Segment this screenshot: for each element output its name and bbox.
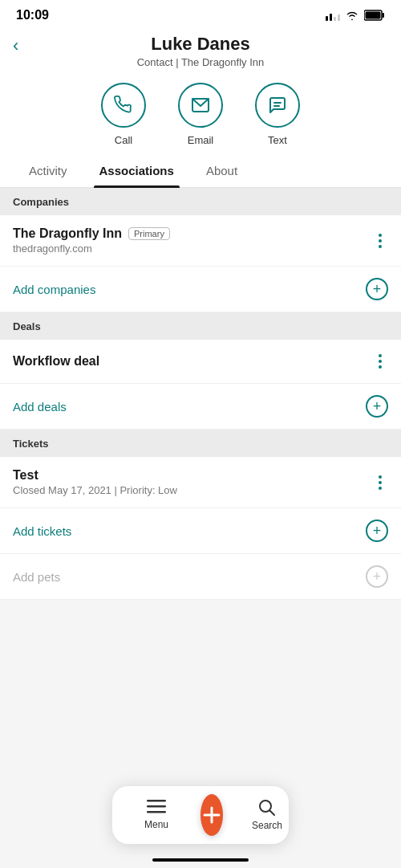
status-time: 10:09 (16, 8, 49, 22)
svg-rect-11 (147, 805, 166, 808)
plus-icon: + (373, 398, 382, 415)
svg-rect-6 (366, 12, 381, 19)
companies-header-text: Companies (13, 196, 69, 208)
tabs: Activity Associations About (0, 154, 401, 188)
email-action[interactable]: Email (178, 83, 223, 146)
contact-name: Luke Danes (16, 34, 385, 55)
svg-rect-12 (147, 811, 166, 813)
companies-section-header: Companies (0, 188, 401, 215)
svg-rect-1 (330, 14, 332, 21)
company-more-button[interactable] (372, 230, 388, 251)
add-pets-row[interactable]: Add pets + (0, 554, 401, 600)
text-button[interactable] (255, 83, 300, 128)
add-deals-label: Add deals (13, 400, 67, 414)
plus-icon: + (373, 281, 382, 298)
deal-item: Workflow deal (0, 340, 401, 384)
search-label: Search (252, 820, 282, 831)
menu-icon (147, 800, 166, 816)
ticket-name: Test (13, 468, 372, 483)
add-deals-row[interactable]: Add deals + (0, 384, 401, 430)
add-deals-button[interactable]: + (366, 395, 388, 418)
add-pets-label: Add pets (13, 570, 60, 584)
company-item-left: The Dragonfly Inn Primary thedragonfly.c… (13, 226, 372, 255)
action-icons: Call Email Text (0, 68, 401, 154)
ticket-item: Test Closed May 17, 2021 | Priority: Low (0, 457, 401, 508)
email-label: Email (188, 134, 214, 146)
deals-header-text: Deals (13, 320, 41, 332)
contact-subtitle: Contact | The Dragonfly Inn (16, 56, 385, 68)
plus-icon: + (373, 568, 382, 585)
header: ‹ Luke Danes Contact | The Dragonfly Inn (0, 27, 401, 68)
add-companies-row[interactable]: Add companies + (0, 267, 401, 312)
menu-label: Menu (144, 819, 168, 830)
add-tickets-label: Add tickets (13, 524, 71, 538)
signal-icon (326, 10, 340, 21)
menu-nav-item[interactable]: Menu (136, 800, 176, 830)
call-label: Call (115, 134, 132, 146)
fab-button[interactable] (200, 794, 223, 836)
add-icon (200, 804, 223, 826)
search-icon (258, 799, 276, 817)
search-nav-item[interactable]: Search (247, 799, 287, 831)
email-icon (191, 96, 210, 115)
deal-name: Workflow deal (13, 354, 372, 369)
deal-more-button[interactable] (372, 351, 388, 372)
back-button[interactable]: ‹ (13, 35, 18, 56)
wifi-icon (345, 10, 359, 21)
text-action[interactable]: Text (255, 83, 300, 146)
ticket-item-left: Test Closed May 17, 2021 | Priority: Low (13, 468, 372, 496)
text-icon (268, 96, 287, 115)
content: Companies The Dragonfly Inn Primary thed… (0, 188, 401, 696)
svg-rect-5 (383, 13, 385, 18)
svg-rect-2 (334, 17, 336, 21)
tickets-section-header: Tickets (0, 430, 401, 457)
status-icons (326, 10, 385, 21)
call-button[interactable] (101, 83, 146, 128)
svg-rect-0 (326, 16, 328, 21)
deals-section-header: Deals (0, 312, 401, 340)
add-companies-button[interactable]: + (366, 278, 388, 300)
call-action[interactable]: Call (101, 83, 146, 146)
tickets-header-text: Tickets (13, 438, 49, 450)
svg-rect-10 (147, 800, 166, 802)
home-indicator (152, 858, 249, 862)
tab-associations[interactable]: Associations (83, 154, 190, 187)
add-tickets-row[interactable]: Add tickets + (0, 508, 401, 554)
status-bar: 10:09 (0, 0, 401, 27)
add-companies-label: Add companies (13, 283, 95, 296)
svg-line-16 (270, 811, 275, 816)
company-name: The Dragonfly Inn Primary (13, 226, 372, 241)
deal-item-left: Workflow deal (13, 354, 372, 369)
battery-icon (364, 10, 385, 21)
bottom-nav: Menu Search (112, 786, 289, 844)
svg-rect-3 (338, 14, 340, 21)
email-button[interactable] (178, 83, 223, 128)
company-subtitle: thedragonfly.com (13, 242, 372, 255)
ticket-more-button[interactable] (372, 472, 388, 493)
add-tickets-button[interactable]: + (366, 520, 388, 542)
ticket-subtitle: Closed May 17, 2021 | Priority: Low (13, 484, 372, 496)
tab-activity[interactable]: Activity (13, 154, 83, 187)
primary-badge: Primary (128, 227, 170, 240)
company-item: The Dragonfly Inn Primary thedragonfly.c… (0, 215, 401, 267)
plus-icon: + (373, 523, 382, 540)
phone-icon (114, 96, 133, 115)
text-label: Text (268, 134, 287, 146)
add-pets-button[interactable]: + (366, 565, 388, 588)
tab-about[interactable]: About (190, 154, 253, 187)
